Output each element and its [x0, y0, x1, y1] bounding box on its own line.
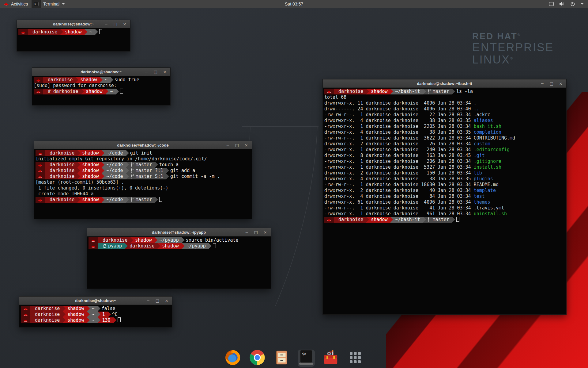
dock-item-firefox[interactable]	[224, 350, 241, 367]
terminal-line: drwxrwxr-x. 2 darknoise darknoise 150 Ja…	[324, 170, 566, 176]
prompt-segment-user: darknoise	[45, 197, 77, 203]
maximize-button[interactable]: □	[153, 70, 158, 74]
prompt-segment-host: shadow	[63, 312, 87, 317]
output-text: -rw-rw-r--. 1 darknoise darknoise 3622 J…	[324, 135, 474, 141]
output-text: install.sh	[474, 164, 501, 170]
close-button[interactable]: ×	[122, 22, 127, 26]
output-text: drwxrwxr-x. 2 darknoise darknoise 26 Jan…	[324, 141, 474, 147]
power-icon[interactable]	[570, 2, 575, 6]
terminal-line: drwxrwxr-x. 61 darknoise darknoise 4096 …	[324, 199, 566, 205]
redhat-icon	[324, 217, 334, 223]
prompt-segment-path: ~/bash-it	[390, 89, 423, 94]
output-text: drwxrwxr-x. 2 darknoise darknoise 150 Ja…	[324, 170, 474, 176]
redhat-icon	[89, 237, 98, 243]
terminal-line: drwxrwxr-x. 2 darknoise darknoise 26 Jan…	[324, 141, 566, 147]
chevron-down-icon	[62, 3, 65, 5]
terminal-line: darknoiseshadow~1^C	[21, 312, 172, 317]
terminal-body[interactable]: darknoiseshadow~sudo true[sudo] password…	[32, 76, 170, 94]
minimize-button[interactable]: −	[244, 230, 249, 235]
terminal-body[interactable]: darknoiseshadow~	[17, 28, 130, 35]
terminal-line: drwxrwxr-x. 2 darknoise darknoise 40 Jan…	[324, 188, 566, 194]
files-icon	[274, 350, 289, 367]
terminal-line: drwxrwxr-x. 4 darknoise darknoise 38 Jan…	[324, 118, 566, 124]
output-text: 1 file changed, 0 insertions(+), 0 delet…	[36, 185, 168, 191]
window-controls: −□×	[244, 230, 271, 235]
terminal-body[interactable]: darknoiseshadow~/bash-itmasterls -latota…	[323, 88, 566, 223]
window-controls: −□×	[104, 22, 130, 26]
maximize-button[interactable]: □	[113, 22, 118, 26]
output-text: Initialized empty Git repository in /hom…	[36, 156, 207, 162]
app-menu-terminal[interactable]: $> Terminal	[32, 0, 69, 8]
output-text: drwxrwxr-x. 8 darknoise darknoise 163 Ja…	[324, 153, 474, 158]
prompt-segment-host: shadow	[77, 162, 102, 168]
minimize-button[interactable]: −	[104, 22, 109, 26]
terminal-line: darknoiseshadow~130	[21, 317, 172, 323]
prompt-segment-host: shadow	[81, 89, 105, 94]
dock-item-app-grid[interactable]	[347, 350, 364, 367]
command-text: ^C	[112, 312, 118, 317]
terminal-cursor	[456, 217, 459, 222]
output-text: aliases	[474, 118, 493, 123]
window-titlebar[interactable]: darknoise@shadow:~−□×	[19, 297, 172, 305]
clock[interactable]: Sat 03:57	[285, 2, 303, 6]
output-text: drwxrwxr-x. 4 darknoise darknoise 38 Jan…	[324, 118, 474, 123]
minimize-button[interactable]: −	[225, 143, 230, 148]
dock-item-toolbox[interactable]	[322, 350, 339, 367]
prompt-segment-host: shadow	[366, 217, 390, 223]
prompt-segment-user: darknoise	[334, 89, 366, 94]
close-button[interactable]: ×	[244, 143, 249, 148]
terminal-body[interactable]: darknoiseshadow~falsedarknoiseshadow~1^C…	[19, 305, 172, 323]
prompt-segment-user: darknoise	[45, 168, 77, 174]
output-text: .travis.yml	[474, 205, 504, 211]
window-titlebar[interactable]: darknoise@shadow:~/pyapp−□×	[87, 228, 271, 236]
terminal-window-sudo: darknoise@shadow:~−□×darknoiseshadow~sud…	[32, 67, 171, 105]
prompt-segment-path: ~/pyapp	[155, 237, 182, 243]
activities-button[interactable]: Activities	[0, 0, 32, 8]
maximize-button[interactable]: □	[549, 81, 554, 86]
terminal-body[interactable]: darknoiseshadow~/codegit initInitialized…	[34, 149, 252, 203]
window-titlebar[interactable]: darknoise@shadow:~/code−□×	[34, 141, 252, 149]
terminal-line: [sudo] password for darknoise:	[34, 83, 170, 89]
terminal-line: darknoiseshadow~false	[21, 306, 172, 312]
dock-item-terminal[interactable]: $>	[298, 350, 315, 367]
terminal-line: -rw-rw-r--. 1 darknoise darknoise 18630 …	[324, 182, 566, 188]
output-text: custom	[474, 141, 490, 147]
rhel-logo-line2: ENTERPRISE	[472, 41, 554, 54]
output-text: [master (root-commit) 50bcb63] .	[36, 179, 124, 185]
minimize-button[interactable]: −	[146, 298, 151, 303]
maximize-button[interactable]: □	[155, 298, 160, 303]
prompt-segment-host: shadow	[63, 306, 87, 312]
terminal-window-bashit: darknoise@shadow:~/bash-it−□×darknoisesh…	[322, 79, 567, 315]
terminal-body[interactable]: darknoiseshadow~/pyappsource bin/activat…	[87, 236, 271, 249]
terminal-cursor	[159, 197, 162, 202]
prompt-segment-git: master	[423, 217, 452, 223]
prompt-segment-user: darknoise	[45, 150, 77, 156]
minimize-button[interactable]: −	[540, 81, 545, 86]
redhat-icon	[36, 174, 45, 179]
close-button[interactable]: ×	[558, 81, 563, 86]
close-button[interactable]: ×	[263, 230, 268, 235]
screen-icon[interactable]	[549, 2, 554, 6]
output-text: -rwxrwxr-x. 1 darknoise darknoise 5327 J…	[324, 164, 474, 170]
window-titlebar[interactable]: darknoise@shadow:~−□×	[32, 68, 170, 76]
prompt-segment-path: ~/bash-it	[390, 217, 423, 223]
minimize-button[interactable]: −	[144, 70, 149, 74]
terminal-line: darknoiseshadow~	[18, 29, 130, 35]
dock-item-chrome[interactable]	[249, 350, 266, 367]
prompt-segment-host: shadow	[63, 317, 87, 323]
window-titlebar[interactable]: darknoise@shadow:~/bash-it−□×	[323, 79, 566, 88]
volume-icon[interactable]	[559, 2, 565, 6]
close-button[interactable]: ×	[162, 70, 167, 74]
output-text: .gitignore	[474, 159, 501, 164]
maximize-button[interactable]: □	[254, 230, 258, 235]
command-text: sudo true	[115, 77, 139, 82]
terminal-line: # darknoiseshadow~	[34, 89, 170, 94]
close-button[interactable]: ×	[164, 298, 169, 303]
dock-item-files[interactable]	[273, 350, 290, 367]
terminal-line: -rwxrwxr-x. 1 darknoise darknoise 206 Ja…	[324, 159, 566, 164]
chrome-icon	[249, 350, 265, 367]
maximize-button[interactable]: □	[235, 143, 239, 148]
window-titlebar[interactable]: darknoise@shadow:~−□×	[17, 20, 130, 28]
caret-down-icon[interactable]	[581, 3, 584, 5]
output-text: -rwxrwxr-x. 1 darknoise darknoise 206 Ja…	[324, 159, 474, 164]
